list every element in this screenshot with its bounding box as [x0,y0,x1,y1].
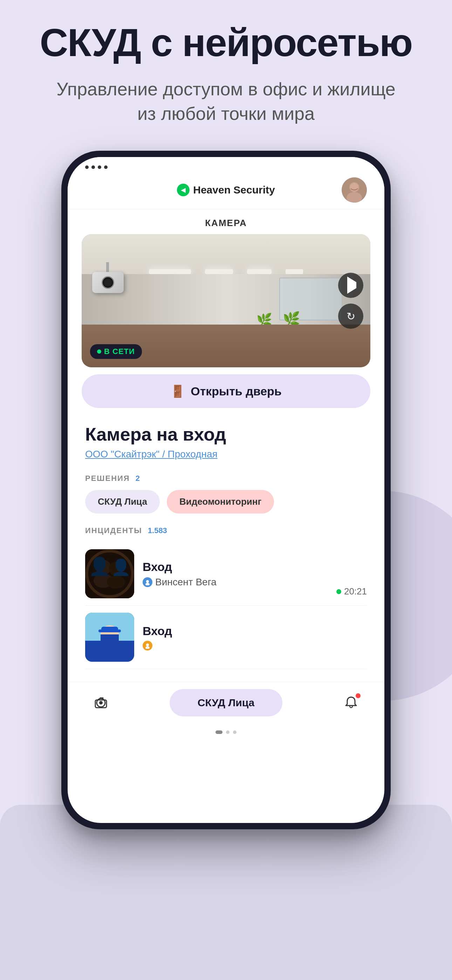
refresh-button[interactable]: ↻ [338,304,363,329]
page-title: СКУД с нейросетью [28,21,424,64]
incident-title-1: Вход [143,560,328,574]
open-door-text: Открыть дверь [191,385,282,398]
ceiling-light-2 [205,269,233,274]
bell-notification-dot [356,693,361,698]
status-dots [85,165,108,169]
svg-rect-4 [85,549,134,598]
app-header: ◀ Heaven Security [68,172,384,209]
incident-item-1[interactable]: Вход Винсент Вега [85,542,367,606]
solutions-section: РЕШЕНИЯ 2 СКУД Лица Видеомониторинг [68,463,384,519]
camera-lens [102,276,114,289]
svg-rect-15 [100,635,119,648]
incident-avatar-2 [85,612,134,662]
solutions-label: РЕШЕНИЯ [85,474,130,483]
incidents-count: 1.583 [148,526,167,535]
incident-content-2: Вход [143,624,358,651]
incidents-label: ИНЦИДЕНТЫ [85,526,142,535]
solutions-header: РЕШЕНИЯ 2 [85,474,367,483]
logo-text: Heaven Security [193,184,275,196]
open-door-button[interactable]: 🚪 Открыть дверь [82,374,370,408]
camera-feed: 🌿 🌿 [82,234,370,368]
online-badge: В СЕТИ [90,344,142,359]
incidents-section: ИНЦИДЕНТЫ 1.583 [68,519,384,675]
svg-point-18 [146,644,149,646]
svg-point-21 [99,701,103,705]
chip-skud-face[interactable]: СКУД Лица [85,490,160,514]
app-logo: ◀ Heaven Security [110,184,342,196]
logo-icon: ◀ [177,184,189,196]
svg-rect-17 [99,630,121,632]
incident-person-2 [143,641,358,651]
refresh-icon: ↻ [347,310,355,323]
svg-point-10 [146,580,149,583]
incidents-header: ИНЦИДЕНТЫ 1.583 [85,526,367,535]
svg-point-7 [109,562,123,576]
svg-point-5 [95,560,111,575]
status-dot-2 [91,165,95,169]
solutions-chips: СКУД Лица Видеомониторинг [85,490,367,514]
camera-mount [106,262,109,272]
bg-decoration-rect [0,805,452,980]
incident-person-1: Винсент Вега [143,577,328,588]
time-dot-1 [336,589,341,594]
incident-avatar-1 [85,549,134,598]
door-icon: 🚪 [170,384,185,398]
phone-mockup: ◀ Heaven Security КАМЕРА [61,151,391,829]
svg-point-8 [107,576,125,589]
play-icon [345,282,357,288]
camera-section-label: КАМЕРА [68,209,384,234]
camera-device [92,262,131,290]
pag-dot-3 [233,730,237,734]
pag-dot-1 [215,730,223,734]
person-name-1: Винсент Вега [155,577,216,588]
camera-body [92,272,124,293]
play-button[interactable] [338,273,363,298]
camera-name: Камера на вход [85,423,367,445]
phone-outer: ◀ Heaven Security КАМЕРА [61,151,391,829]
phone-screen: ◀ Heaven Security КАМЕРА [68,157,384,823]
avatar[interactable] [342,177,367,203]
page-header: СКУД с нейросетью Управление доступом в … [0,21,452,126]
camera-location[interactable]: ООО "Скайтрэк" / Проходная [85,449,367,460]
camera-info: Камера на вход ООО "Скайтрэк" / Проходна… [68,415,384,463]
chip-video-monitoring[interactable]: Видеомониторинг [167,490,274,514]
camera-nav-icon[interactable] [89,690,113,715]
camera-controls[interactable]: ↻ [338,273,363,329]
solutions-count: 2 [135,474,140,483]
nav-center-button[interactable]: СКУД Лица [170,689,283,716]
incident-title-2: Вход [143,624,358,638]
incident-time-1: 20:21 [336,586,367,598]
ceiling-light-1 [149,269,191,274]
incident-item-2[interactable]: Вход [85,606,367,669]
time-text-1: 20:21 [344,586,367,597]
online-text: В СЕТИ [104,347,135,356]
status-bar [68,157,384,172]
ceiling-light-4 [286,269,303,274]
bell-nav-icon[interactable] [339,690,363,715]
person-icon-2 [143,641,153,651]
status-dot-4 [104,165,108,169]
pagination-dots [68,730,384,741]
pag-dot-2 [226,730,229,734]
status-dot-3 [98,165,101,169]
ceiling-light-3 [247,269,272,274]
bottom-nav: СКУД Лица [68,682,384,730]
svg-point-11 [145,583,150,585]
svg-point-19 [145,646,150,649]
page-subtitle: Управление доступом в офис и жилищеиз лю… [28,77,424,126]
person-icon-1 [143,577,153,587]
status-dot-1 [85,165,89,169]
online-dot [97,350,101,354]
incident-content-1: Вход Винсент Вега [143,560,328,588]
